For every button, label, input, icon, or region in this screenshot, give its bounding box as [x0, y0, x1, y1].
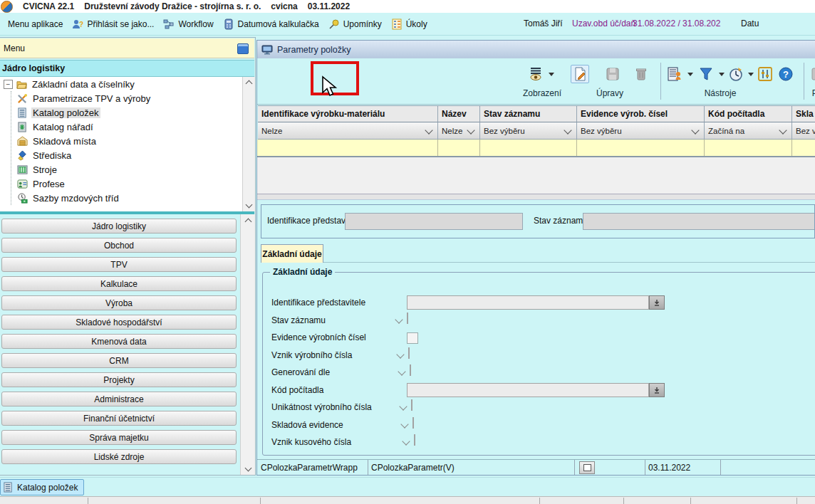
unikatnost-select[interactable]	[411, 399, 412, 411]
module-obchod[interactable]: Obchod	[1, 238, 237, 253]
tree-item-katalog-polozek[interactable]: Katalog položek	[17, 105, 242, 120]
module-vyroba[interactable]: Výroba	[1, 295, 237, 310]
tree-item-stroje[interactable]: Stroje	[17, 162, 242, 177]
filter-select-identifikace[interactable]: Nelze	[258, 122, 438, 140]
scroll-down-icon[interactable]	[244, 201, 253, 210]
module-sprava-majetku[interactable]: Správa majetku	[1, 430, 237, 445]
login-as-button[interactable]: ? Přihlásit se jako...	[70, 17, 156, 31]
chevron-down-icon	[398, 367, 405, 375]
tasks-button[interactable]: Úkoly	[389, 17, 430, 31]
status-empty-cell	[721, 460, 814, 476]
generovani-dle-select[interactable]	[410, 364, 411, 376]
module-projekty[interactable]: Projekty	[1, 372, 237, 387]
tree-item-katalog-naradi[interactable]: Katalog nářadí	[17, 120, 242, 134]
tree-root-node[interactable]: − Základní data a číselníky	[0, 77, 242, 91]
groupbox-zakladni-udaje: Základní údaje Identifikace představitel…	[262, 272, 815, 456]
menu-panel-title: Menu	[4, 43, 25, 53]
filter-button[interactable]	[697, 65, 715, 83]
records-button[interactable]	[665, 65, 684, 83]
module-kalkulace[interactable]: Kalkulace	[1, 276, 237, 291]
chevron-down-icon	[467, 126, 474, 134]
identifikace-lookup-button[interactable]	[649, 295, 665, 310]
tree-item-strediska[interactable]: Střediska	[17, 148, 242, 162]
tree-item-profese[interactable]: Profese	[17, 177, 242, 191]
module-lidske-zdroje[interactable]: Lidské zdroje	[1, 449, 237, 464]
kod-pocitadla-lookup-button[interactable]	[649, 383, 665, 397]
grid-empty-row[interactable]	[257, 140, 815, 157]
reminders-button[interactable]: Upomínky	[326, 17, 384, 31]
tree-children: Parametrizace TPV a výroby Katalog polož…	[11, 91, 242, 205]
evidence-vyrobnich-cisel-checkbox[interactable]	[407, 332, 418, 344]
chevron-down-icon	[779, 126, 787, 134]
module-administrace[interactable]: Administrace	[1, 392, 237, 406]
tree-collapse-expander[interactable]: −	[4, 80, 13, 89]
view-dropdown-icon[interactable]	[549, 73, 554, 79]
stav-zaznamu-select[interactable]	[407, 313, 408, 324]
workflow-button[interactable]: Workflow	[161, 17, 215, 31]
filter-select-stav[interactable]: Bez výběru	[480, 122, 577, 140]
filter-select-nazev[interactable]: Nelze	[438, 122, 480, 140]
header-identifikace-input[interactable]	[345, 213, 523, 230]
grid-form-splitter[interactable]	[257, 194, 815, 200]
svg-text:?: ?	[783, 69, 789, 80]
tree-item-skladova-mista[interactable]: Skladová místa	[17, 134, 242, 148]
kod-pocitadla-input[interactable]	[407, 383, 649, 397]
wage-icon	[17, 193, 28, 204]
group-label-upravy: Úpravy	[580, 88, 640, 100]
delete-button[interactable]	[632, 65, 650, 83]
module-crm[interactable]: CRM	[1, 353, 237, 368]
form-view-button[interactable]	[579, 461, 595, 474]
identifikace-predstavitele-input[interactable]	[407, 295, 649, 310]
scroll-up-icon[interactable]	[244, 78, 253, 87]
timer-button[interactable]	[727, 65, 745, 83]
filter-select-kod[interactable]: Začíná na	[705, 122, 792, 140]
timer-dropdown-icon[interactable]	[748, 73, 754, 79]
vznik-vyrobniho-cisla-select[interactable]	[408, 347, 410, 359]
tab-zakladni-udaje[interactable]: Základní údaje	[261, 244, 323, 263]
column-header-kod[interactable]: Kód počítadla	[705, 105, 792, 122]
panel-collapse-icon[interactable]	[237, 43, 249, 54]
module-sklad[interactable]: Skladové hospodářství	[1, 315, 237, 330]
vznik-kusoveho-cisla-select[interactable]	[414, 434, 415, 446]
view-eye-icon	[528, 66, 544, 82]
view-button[interactable]	[526, 65, 545, 83]
tree-item-sazby[interactable]: Sazby mzdových tříd	[17, 191, 242, 205]
accordion-scrollbar[interactable]	[240, 214, 255, 476]
help-button[interactable]: ?	[777, 65, 795, 83]
tree-scrollbar[interactable]	[242, 77, 255, 211]
module-financni[interactable]: Finanční účetnictví	[1, 411, 237, 426]
taskbar-tab-katalog-polozek[interactable]: Katalog položek	[0, 479, 84, 495]
column-header-evidence[interactable]: Evidence výrob. čísel	[577, 105, 705, 122]
module-tpv[interactable]: TPV	[1, 257, 237, 272]
column-header-skladova[interactable]: Skla	[792, 105, 815, 122]
current-user-label: Tomáš Jiří	[524, 19, 563, 28]
save-button[interactable]	[603, 65, 622, 83]
field-label: Vznik výrobního čísla	[271, 348, 352, 362]
filter-select-evidence[interactable]: Bez výběru	[577, 122, 705, 140]
scroll-down-icon[interactable]	[244, 465, 252, 473]
trailing-label: Datu	[741, 19, 759, 28]
attach-edit-button[interactable]	[809, 65, 815, 83]
scroll-up-icon[interactable]	[244, 216, 252, 225]
column-header-identifikace[interactable]: Identifikace výrobku-materiálu	[258, 105, 438, 122]
date-calculator-button[interactable]: Datumová kalkulačka	[221, 17, 321, 31]
filter-select-skladova[interactable]: Bez v	[792, 122, 815, 140]
field-label: Identifikace představitele	[271, 295, 365, 310]
column-header-nazev[interactable]: Název	[438, 105, 480, 122]
status-class-wrapper: CPolozkaParametrWrapp	[258, 460, 368, 476]
toolbar-separator	[660, 63, 661, 100]
menu-aplikace-button[interactable]: Menu aplikace	[6, 18, 65, 31]
lookup-arrow-icon	[653, 387, 660, 394]
skladova-evidence-select[interactable]	[412, 417, 414, 429]
column-header-stav[interactable]: Stav záznamu	[480, 105, 577, 122]
parameters-button[interactable]	[756, 65, 774, 83]
group-label-pripojit: Připojit	[797, 88, 815, 100]
header-field-label: Stav záznamu	[534, 216, 588, 226]
tree-item-parametrizace[interactable]: Parametrizace TPV a výroby	[17, 91, 242, 105]
module-kmenova-data[interactable]: Kmenová data	[1, 334, 237, 349]
header-stav-input[interactable]	[583, 213, 815, 230]
filter-dropdown-icon[interactable]	[719, 73, 725, 79]
new-record-button[interactable]	[571, 65, 589, 83]
module-jadro-logistiky[interactable]: Jádro logistiky	[1, 219, 237, 233]
records-dropdown-icon[interactable]	[687, 73, 693, 79]
